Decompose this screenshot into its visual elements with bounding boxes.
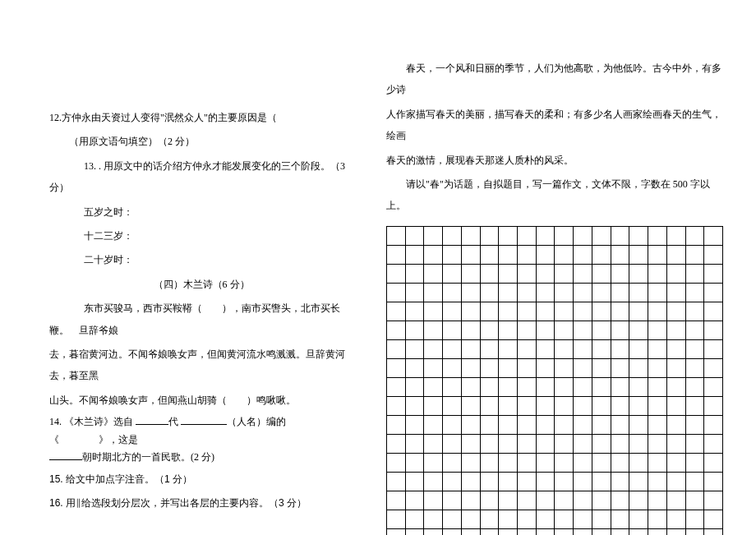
grid-cell <box>405 358 424 377</box>
grid-cell <box>387 339 406 358</box>
grid-cell <box>685 245 704 264</box>
grid-cell <box>480 283 499 302</box>
grid-cell <box>666 321 685 339</box>
grid-cell <box>704 264 723 283</box>
grid-cell <box>480 302 499 321</box>
q16: 16. 用‖给选段划分层次，并写出各层的主要内容。（3 分） <box>49 492 353 514</box>
q14b: 代 <box>168 416 181 427</box>
grid-cell <box>648 528 667 535</box>
grid-cell <box>611 283 629 302</box>
grid-cell <box>405 339 424 358</box>
grid-cell <box>518 377 537 396</box>
grid-cell <box>629 339 648 358</box>
poem2: 去，暮宿黄河边。不闻爷娘唤女声，但闻黄河流水鸣溅溅。旦辞黄河去，暮至黑 <box>49 344 353 387</box>
grid-cell <box>611 510 629 528</box>
grid-cell <box>666 302 685 321</box>
grid-cell <box>443 302 462 321</box>
grid-cell <box>555 339 574 358</box>
grid-cell <box>518 339 537 358</box>
grid-cell <box>461 339 480 358</box>
grid-cell <box>685 491 704 510</box>
grid-cell <box>629 321 648 339</box>
blank-name <box>181 413 227 425</box>
writing-grid <box>386 226 723 535</box>
grid-cell <box>536 339 555 358</box>
grid-cell <box>555 302 574 321</box>
grid-cell <box>536 415 555 434</box>
grid-cell <box>443 245 462 264</box>
age12: 十二三岁： <box>49 225 353 247</box>
grid-cell <box>574 472 592 491</box>
grid-cell <box>648 283 667 302</box>
grid-cell <box>480 528 499 535</box>
grid-cell <box>666 264 685 283</box>
grid-cell <box>461 226 480 245</box>
grid-cell <box>387 472 406 491</box>
grid-cell <box>480 453 499 472</box>
grid-cell <box>611 226 629 245</box>
grid-cell <box>574 339 592 358</box>
grid-cell <box>685 396 704 415</box>
grid-cell <box>704 491 723 510</box>
grid-cell <box>648 415 667 434</box>
grid-cell <box>405 377 424 396</box>
grid-cell <box>424 321 443 339</box>
grid-cell <box>704 339 723 358</box>
grid-cell <box>405 510 424 528</box>
grid-cell <box>518 434 537 453</box>
grid-cell <box>685 510 704 528</box>
grid-cell <box>443 377 462 396</box>
grid-cell <box>443 339 462 358</box>
grid-cell <box>536 396 555 415</box>
grid-cell <box>424 434 443 453</box>
grid-cell <box>592 226 611 245</box>
grid-cell <box>405 226 424 245</box>
grid-cell <box>611 472 629 491</box>
grid-cell <box>648 302 667 321</box>
grid-cell <box>461 415 480 434</box>
grid-cell <box>666 339 685 358</box>
grid-cell <box>424 226 443 245</box>
grid-cell <box>629 377 648 396</box>
grid-cell <box>592 321 611 339</box>
grid-cell <box>666 415 685 434</box>
grid-cell <box>424 264 443 283</box>
grid-cell <box>592 528 611 535</box>
grid-cell <box>387 491 406 510</box>
grid-cell <box>648 358 667 377</box>
grid-cell <box>629 434 648 453</box>
grid-cell <box>480 510 499 528</box>
grid-cell <box>424 453 443 472</box>
grid-cell <box>480 339 499 358</box>
grid-cell <box>536 528 555 535</box>
grid-cell <box>443 283 462 302</box>
grid-cell <box>518 358 537 377</box>
q14d: 朝时期北方的一首民歌。(2 分) <box>82 451 214 463</box>
grid-cell <box>555 528 574 535</box>
grid-cell <box>424 510 443 528</box>
grid-cell <box>685 264 704 283</box>
grid-cell <box>611 358 629 377</box>
grid-cell <box>666 226 685 245</box>
grid-cell <box>461 453 480 472</box>
p3: 春天的激情，展现春天那迷人质朴的风采。 <box>386 150 723 171</box>
grid-cell <box>461 283 480 302</box>
grid-cell <box>685 472 704 491</box>
q12-line2: （用原文语句填空）（2 分） <box>49 131 353 152</box>
grid-cell <box>405 472 424 491</box>
q14: 14. 《木兰诗》选自 代 （人名）编的《 》，这是 朝时期北方的一首民歌。(2… <box>49 413 353 467</box>
grid-cell <box>499 302 518 321</box>
writing-grid-wrap <box>386 226 723 535</box>
grid-cell <box>555 358 574 377</box>
grid-cell <box>405 245 424 264</box>
grid-cell <box>629 245 648 264</box>
grid-cell <box>592 396 611 415</box>
q14a: 14. 《木兰诗》选自 <box>49 416 136 427</box>
grid-cell <box>424 396 443 415</box>
grid-cell <box>536 377 555 396</box>
grid-cell <box>574 358 592 377</box>
grid-cell <box>555 283 574 302</box>
grid-cell <box>424 377 443 396</box>
grid-cell <box>518 226 537 245</box>
grid-cell <box>536 245 555 264</box>
